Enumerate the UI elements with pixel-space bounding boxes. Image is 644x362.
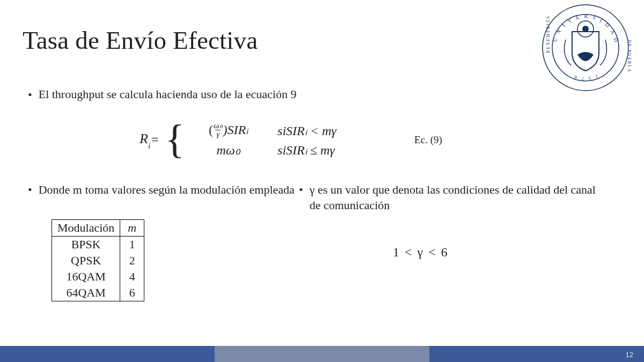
svg-text:U N I V E R S I D A D   A U T : U N I V E R S I D A D A U T Ó N O M A [540, 2, 620, 47]
left-bullet-text: Donde m toma valores según la modulación… [39, 182, 295, 198]
eq-case2-expr: mω₀ [187, 143, 270, 158]
eq-lhs: Ri [140, 131, 150, 149]
table-row: QPSK 2 [52, 253, 144, 269]
modulation-table: Modulación m BPSK 1 QPSK 2 16QAM [52, 219, 144, 301]
table-header-m: m [120, 219, 144, 236]
two-columns: • Donde m toma valores según la modulaci… [28, 182, 599, 301]
page-title: Tasa de Envío Efectiva [23, 26, 258, 55]
left-column: • Donde m toma valores según la modulaci… [28, 182, 299, 301]
gamma-range: 1 < γ < 6 [393, 245, 599, 260]
table-row: 16QAM 4 [52, 269, 144, 285]
fraction: ω₀γ [213, 122, 223, 138]
bullet-intro-text: El throughput se calcula hacienda uso de… [39, 87, 297, 101]
table-header-modulation: Modulación [52, 219, 120, 236]
eq-case2-cond: siSIRᵢ ≤ mγ [270, 143, 377, 158]
university-seal-icon: U N I V E R S I D A D A U T Ó N O M A · … [540, 2, 631, 93]
bullet-dot-icon: • [299, 182, 303, 197]
svg-text:BENEMÉRITA: BENEMÉRITA [545, 15, 551, 53]
eq-case1-cond: siSIRᵢ < mγ [270, 123, 377, 138]
eq-case-1: (ω₀γ)SIRᵢ siSIRᵢ < mγ [187, 122, 377, 139]
left-bullet: • Donde m toma valores según la modulaci… [28, 182, 299, 198]
page-number: 12 [626, 351, 633, 359]
footer-bar-center [215, 346, 429, 362]
right-bullet-text: γ es un valor que denota las condiciones… [310, 182, 599, 213]
bullet-dot-icon: • [28, 182, 32, 197]
right-bullet: • γ es un valor que denota las condicion… [299, 182, 599, 213]
svg-text:DE PUEBLA: DE PUEBLA [627, 40, 631, 73]
svg-point-7 [582, 26, 589, 32]
equation-label: Ec. (9) [414, 134, 442, 146]
eq-case1-expr: (ω₀γ)SIRᵢ [187, 122, 270, 139]
svg-text:·  1 5 7 8  ·: · 1 5 7 8 · [566, 71, 604, 82]
equation-block: Ri = { (ω₀γ)SIRᵢ siSIRᵢ < mγ mω₀ siSIRᵢ … [140, 122, 442, 158]
bullet-dot-icon: • [28, 87, 32, 102]
eq-cases: (ω₀γ)SIRᵢ siSIRᵢ < mγ mω₀ siSIRᵢ ≤ mγ [187, 122, 377, 158]
eq-equals: = [150, 132, 160, 147]
bullet-intro: • El throughput se calcula hacienda uso … [28, 87, 296, 102]
right-column: • γ es un valor que denota las condicion… [299, 182, 599, 301]
table-row: BPSK 1 [52, 236, 144, 253]
table-row: 64QAM 6 [52, 285, 144, 301]
slide: Tasa de Envío Efectiva U N I V E R S I D… [0, 0, 644, 362]
eq-case-2: mω₀ siSIRᵢ ≤ mγ [187, 143, 377, 158]
